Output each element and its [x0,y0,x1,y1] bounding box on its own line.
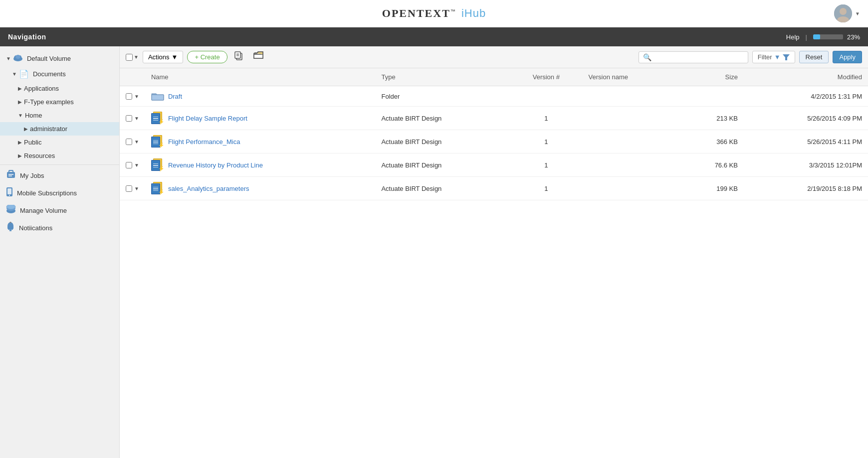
col-header-version[interactable]: Version # [510,68,583,86]
help-link[interactable]: Help [786,33,800,41]
col-header-size[interactable]: Size [678,68,744,86]
select-chevron-icon[interactable]: ▼ [134,54,139,60]
apply-button[interactable]: Apply [833,51,862,63]
sidebar-item-notifications[interactable]: Notiications [0,219,119,237]
sidebar-item-label: Manage Volume [20,207,67,214]
file-version: 1 [510,107,583,130]
navigation-label: Navigation [8,33,46,41]
opentext-brand: OpenText [382,7,450,19]
filter-label: Filter [758,53,772,61]
sidebar-item-ftype[interactable]: ▶ F-Type examples [0,95,119,109]
top-header: OpenText™ iHub ▼ [0,0,868,27]
sidebar-item-label: Applications [24,85,59,92]
toggle-public[interactable]: ▶ [18,140,22,145]
user-avatar-container[interactable]: ▼ [834,4,860,22]
birt-design-icon: ⚡ [151,158,164,171]
sidebar-item-administrator[interactable]: ▶ administrator [0,122,119,136]
sidebar-item-label: Notiications [19,224,52,232]
file-version: 1 [510,153,583,177]
select-all-checkbox[interactable] [126,54,133,61]
row-checkbox[interactable] [126,185,132,192]
svg-point-1 [840,8,847,15]
file-name-link[interactable]: Flight Performance_Mica [168,138,240,146]
toggle-ftype[interactable]: ▶ [18,99,22,105]
sidebar-item-documents[interactable]: ▼ 📄 Documents [0,66,119,82]
file-name-link[interactable]: Revenue History by Product Line [168,161,263,169]
toggle-default-volume[interactable]: ▼ [6,56,11,61]
copy-icon [234,51,243,60]
search-input[interactable] [653,53,744,61]
progress-bar-fill [813,34,820,39]
move-button[interactable] [250,50,266,64]
svg-marker-26 [783,54,790,60]
sidebar-item-my-jobs[interactable]: My Jobs [0,167,119,184]
actions-chevron-icon: ▼ [172,53,178,61]
row-checkbox[interactable] [126,115,132,122]
mobile-icon [6,187,13,199]
sidebar-item-mobile-subscriptions[interactable]: Mobile Subscriptions [0,184,119,202]
nav-bar-right: Help | 23% [786,33,860,41]
toggle-administrator[interactable]: ▶ [24,126,28,132]
col-header-name[interactable]: Name [145,68,376,86]
file-table: Name Type Version # Version name Size Mo… [120,68,868,200]
birt-design-icon: ⚡ [151,112,164,125]
sidebar-item-label: administrator [30,125,67,133]
file-size: 213 KB [678,107,744,130]
sidebar-item-label: Resources [24,152,55,159]
table-row: ▼ ⚡ Flight Delay Sample Report Actuate B… [120,107,868,130]
sidebar-item-public[interactable]: ▶ Public [0,136,119,149]
row-chevron-icon[interactable]: ▼ [134,139,139,145]
table-row: ▼ ⚡ Revenue History by Product Line Actu… [120,153,868,177]
file-type: Actuate BIRT Design [375,177,510,200]
file-name-link[interactable]: Flight Delay Sample Report [168,115,247,122]
file-type: Folder [375,86,510,107]
select-all-container[interactable]: ▼ [126,54,139,61]
sidebar-item-label: Public [24,139,41,146]
nav-separator: | [806,33,807,41]
file-name-link[interactable]: Draft [168,93,182,100]
sidebar-item-applications[interactable]: ▶ Applications [0,82,119,95]
row-checkbox[interactable] [126,162,132,168]
trademark-symbol: ™ [450,8,456,14]
svg-rect-8 [9,170,13,173]
file-version-name [583,107,679,130]
row-chevron-icon[interactable]: ▼ [134,116,139,121]
move-icon [253,51,263,60]
file-version: 1 [510,177,583,200]
file-modified: 4/2/2015 1:31 PM [744,86,868,107]
file-size: 199 KB [678,177,744,200]
row-checkbox[interactable] [126,93,132,100]
row-chevron-icon[interactable]: ▼ [134,94,139,99]
file-version-name [583,177,679,200]
filter-button[interactable]: Filter ▼ [752,51,795,63]
sidebar-item-default-volume[interactable]: ▼ Default Volume [0,50,119,66]
toggle-applications[interactable]: ▶ [18,86,22,91]
col-header-type[interactable]: Type [375,68,510,86]
table-row: ▼ ⚡ sales_Analytics_parameters Actuate B… [120,177,868,200]
progress-container: 23% [813,33,860,41]
sidebar-item-resources[interactable]: ▶ Resources [0,149,119,162]
col-header-modified[interactable]: Modified [744,68,868,86]
reset-button[interactable]: Reset [799,51,829,63]
copy-button[interactable] [231,50,246,64]
toggle-resources[interactable]: ▶ [18,153,22,158]
actions-button[interactable]: Actions ▼ [143,51,184,63]
sidebar: ▼ Default Volume ▼ 📄 Documents ▶ Applica… [0,46,120,458]
sidebar-item-label: Default Volume [27,55,71,62]
create-button[interactable]: + Create [187,51,227,63]
row-chevron-icon[interactable]: ▼ [134,162,139,168]
sidebar-item-manage-volume[interactable]: Manage Volume [0,202,119,219]
app-title: OpenText™ iHub [382,7,486,20]
toggle-home[interactable]: ▼ [18,113,23,118]
manage-volume-icon [6,205,16,216]
row-checkbox[interactable] [126,139,132,145]
row-chevron-icon[interactable]: ▼ [134,186,139,191]
file-name-link[interactable]: sales_Analytics_parameters [168,185,249,192]
funnel-icon [783,54,790,60]
table-header-row: Name Type Version # Version name Size Mo… [120,68,868,86]
sidebar-item-home[interactable]: ▼ Home [0,109,119,122]
toggle-documents[interactable]: ▼ [12,71,17,77]
table-container: Name Type Version # Version name Size Mo… [120,68,868,458]
svg-rect-25 [254,54,263,58]
col-header-version-name[interactable]: Version name [583,68,679,86]
